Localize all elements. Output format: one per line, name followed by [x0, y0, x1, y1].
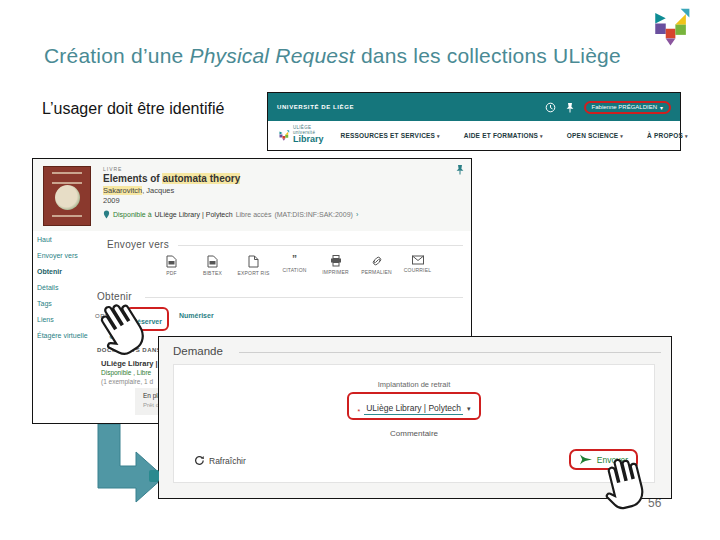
slide: Création d’une Physical Request dans les… — [0, 0, 720, 540]
location-pin-icon — [103, 210, 110, 219]
holding-library[interactable]: ULiège Library | — [101, 359, 158, 368]
export-ris-icon — [248, 255, 259, 268]
send-to-actions: PDF BIBTEX EXPORT RIS ” CITATION IMPRIME… — [151, 255, 438, 276]
library-logo[interactable]: ULIÈGE université Library — [278, 126, 327, 144]
pin-icon[interactable] — [565, 102, 575, 113]
flow-arrow — [92, 424, 168, 504]
chevron-down-icon — [437, 132, 440, 139]
library-site-header-screenshot: UNIVERSITÉ DE LIÈGE Fabienne PRÉGALDIEN — [267, 92, 681, 151]
record-title: Elements of automata theory — [103, 173, 240, 184]
record-author: Sakarovitch, Jacques — [103, 186, 174, 195]
send-to-heading: Envoyer vers — [107, 239, 169, 250]
pdf-icon — [166, 255, 177, 268]
bibtex-icon — [207, 255, 218, 268]
sidebar-item-haut[interactable]: Haut — [37, 236, 52, 243]
request-dialog-screenshot: Demande Implantation de retrait * ULiège… — [158, 336, 672, 499]
send-to-email[interactable]: COURRIEL — [397, 255, 438, 276]
refresh-button[interactable]: Rafraîchir — [194, 455, 246, 466]
required-asterisk: * — [357, 408, 360, 415]
nav-item-a-propos[interactable]: À PROPOS — [647, 132, 688, 139]
divider — [178, 245, 463, 246]
user-menu[interactable]: Fabienne PRÉGALDIEN — [584, 101, 671, 114]
site-nav-bar: ULIÈGE université Library RESSOURCES ET … — [268, 121, 680, 149]
history-icon[interactable] — [545, 102, 556, 113]
nav-item-aide[interactable]: AIDE ET FORMATIONS — [464, 132, 543, 139]
sidebar-item-details[interactable]: Détails — [37, 284, 58, 291]
chevron-down-icon — [685, 132, 688, 139]
send-to-pdf[interactable]: PDF — [151, 255, 192, 276]
permalink-icon — [371, 255, 383, 267]
email-icon — [412, 255, 424, 265]
pickup-location-select[interactable]: ULiège Library | Polytech — [364, 403, 463, 415]
sidebar-item-envoyer-vers[interactable]: Envoyer vers — [37, 252, 78, 259]
request-form-card: Implantation de retrait * ULiège Library… — [173, 364, 655, 483]
divider — [239, 352, 661, 353]
comment-label: Commentaire — [174, 429, 654, 438]
record-type-label: LIVRE — [103, 166, 122, 172]
holding-copies: (1 exemplaire, 1 d — [101, 378, 153, 385]
dialog-title: Demande — [173, 345, 223, 357]
send-to-export-ris[interactable]: EXPORT RIS — [233, 255, 274, 276]
citation-icon: ” — [292, 255, 297, 265]
chevron-down-icon — [660, 104, 663, 111]
send-to-permalink[interactable]: PERMALIEN — [356, 255, 397, 276]
chat-widget-icon[interactable] — [149, 470, 159, 482]
refresh-icon — [194, 455, 205, 466]
uliege-library-logo-icon — [650, 6, 692, 48]
sidebar-item-etagere-virtuelle[interactable]: Étagère virtuelle — [37, 332, 88, 339]
chevron-down-icon — [467, 397, 471, 415]
pickup-location-highlight: * ULiège Library | Polytech — [347, 392, 480, 420]
holding-status: Disponible , Libre — [101, 369, 151, 376]
library-logo-icon — [278, 128, 290, 143]
sidebar-item-obtenir[interactable]: Obtenir — [37, 268, 62, 275]
record-year: 2009 — [103, 196, 120, 205]
chevron-down-icon — [540, 132, 543, 139]
send-to-print[interactable]: IMPRIMER — [315, 255, 356, 276]
sidebar-item-liens[interactable]: Liens — [37, 316, 54, 323]
nav-item-ressources[interactable]: RESSOURCES ET SERVICES — [341, 132, 440, 139]
record-header-strip — [33, 159, 471, 231]
send-to-citation[interactable]: ” CITATION — [274, 255, 315, 276]
book-cover-thumbnail — [43, 166, 91, 226]
page-title: Création d’une Physical Request dans les… — [44, 44, 692, 68]
send-to-bibtex[interactable]: BIBTEX — [192, 255, 233, 276]
pin-record-icon[interactable] — [455, 164, 465, 175]
top-teal-bar: UNIVERSITÉ DE LIÈGE Fabienne PRÉGALDIEN — [268, 93, 680, 121]
availability-line[interactable]: Disponible à ULiège Library | Polytech L… — [103, 210, 358, 219]
digitize-link[interactable]: Numériser — [179, 312, 214, 319]
user-name: Fabienne PRÉGALDIEN — [592, 104, 657, 110]
divider — [145, 297, 463, 298]
sidebar-item-tags[interactable]: Tags — [37, 300, 52, 307]
university-label: UNIVERSITÉ DE LIÈGE — [277, 104, 354, 110]
nav-item-open-science[interactable]: OPEN SCIENCE — [567, 132, 623, 139]
printer-icon — [330, 255, 342, 267]
logo-text-bottom: Library — [293, 135, 327, 144]
chevron-down-icon — [620, 132, 623, 139]
slide-subtitle: L’usager doit être identifié — [42, 100, 224, 118]
send-icon — [579, 454, 593, 465]
pickup-location-label: Implantation de retrait — [174, 380, 654, 389]
